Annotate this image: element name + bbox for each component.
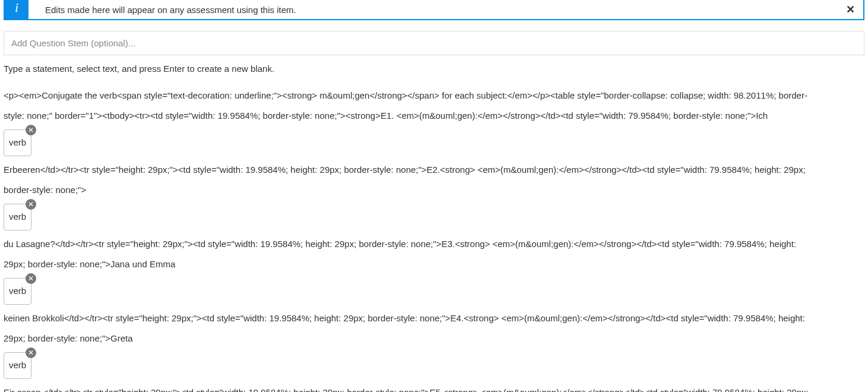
raw-line: Erbeeren</td></tr><tr style="height: 29p…	[4, 161, 864, 179]
blank-chip-label: verb	[9, 356, 26, 374]
chip-remove-icon[interactable]: ✕	[26, 273, 36, 284]
raw-line: 29px; border-style: none;">Jana und Emma	[4, 255, 864, 273]
raw-line: 29px; border-style: none;">Greta	[4, 330, 864, 347]
raw-line: <p><em>Conjugate the verb<span style="te…	[4, 87, 864, 105]
info-text: Edits made here will appear on any asses…	[28, 5, 838, 15]
close-icon[interactable]: ✕	[838, 3, 863, 16]
instruction-text: Type a statement, select text, and press…	[4, 64, 864, 74]
content-editor[interactable]: <p><em>Conjugate the verb<span style="te…	[4, 87, 864, 392]
question-stem-input[interactable]	[10, 37, 858, 49]
blank-chip-label: verb	[9, 282, 26, 300]
blank-chip-label: verb	[9, 208, 26, 226]
blank-chip-verb[interactable]: ✕ verb	[4, 278, 31, 305]
raw-line: du Lasagne?</td></tr><tr style="height: …	[4, 235, 864, 253]
raw-line: keinen Brokkoli</td></tr><tr style="heig…	[4, 309, 864, 327]
info-banner: i Edits made here will appear on any ass…	[4, 0, 864, 20]
blank-chip-verb[interactable]: ✕ verb	[4, 352, 31, 379]
blank-chip-verb[interactable]: ✕ verb	[4, 129, 31, 156]
raw-line: style: none;" border="1"><tbody><tr><td …	[4, 107, 864, 125]
chip-remove-icon[interactable]: ✕	[26, 199, 36, 210]
question-stem-container[interactable]	[4, 31, 864, 55]
chip-remove-icon[interactable]: ✕	[26, 347, 36, 358]
raw-line: Eir essen.</td></tr><tr style="height: 2…	[4, 384, 864, 392]
blank-chip-verb[interactable]: ✕ verb	[4, 204, 31, 230]
blank-chip-label: verb	[9, 134, 26, 151]
info-icon: i	[5, 0, 28, 19]
raw-line: border-style: none;">	[4, 181, 864, 199]
chip-remove-icon[interactable]: ✕	[26, 125, 36, 135]
